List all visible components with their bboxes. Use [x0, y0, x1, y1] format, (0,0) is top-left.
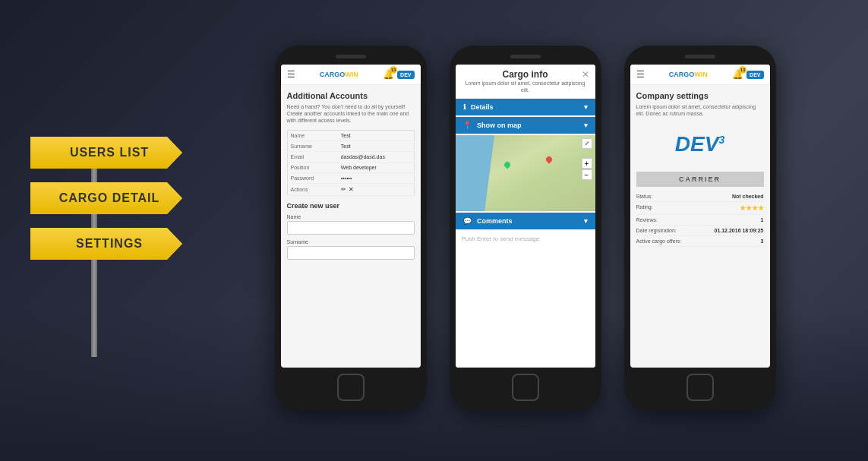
sign-settings-label: SETTINGS	[76, 237, 143, 250]
reviews-label: Reviews:	[636, 217, 658, 223]
notification-badge-3[interactable]: 🔔 13	[732, 69, 743, 80]
date-value: 01.12.2016 18:09:25	[715, 228, 764, 233]
expand-map-button[interactable]: ⤢	[582, 138, 592, 149]
app-logo-1: CARGOWIN	[320, 71, 358, 78]
name-input[interactable]	[287, 221, 415, 235]
map-inner: + − ⤢	[456, 135, 595, 211]
badge-count-1: 13	[390, 66, 397, 74]
rating-value: ★★★★	[740, 204, 764, 212]
hamburger-icon-1[interactable]: ☰	[287, 69, 295, 80]
table-row: Position Web developer	[287, 163, 414, 173]
phone-1: ☰ CARGOWIN 🔔 13 DEV Additional Accounts …	[275, 46, 427, 410]
info-icon: ℹ	[463, 103, 466, 111]
table-row: Password ••••••	[287, 173, 414, 184]
map-pin-red	[544, 156, 553, 164]
details-section[interactable]: ℹ Details ▾	[456, 99, 595, 115]
table-cell-actions-label: Actions	[287, 184, 338, 196]
sign-cargo-detail-label: CARGO DETAIL	[59, 191, 160, 204]
rating-label: Rating:	[636, 204, 653, 212]
app-header-3: ☰ CARGOWIN 🔔 13 DEV	[630, 65, 770, 85]
map-section-left: 📍 Show on map	[463, 122, 522, 129]
cargo-title: Cargo info	[462, 69, 589, 80]
phone-screen-1: ☰ CARGOWIN 🔔 13 DEV Additional Accounts …	[281, 65, 421, 368]
logo-text-3: CARGOWIN	[669, 71, 708, 78]
info-row-rating: Rating: ★★★★	[636, 202, 764, 215]
info-row-offers: Active cargo offers: 3	[636, 236, 764, 247]
edit-icon[interactable]: ✏	[341, 186, 346, 193]
notification-badge-1[interactable]: 🔔 13	[383, 69, 394, 80]
status-label: Status:	[636, 194, 653, 199]
hamburger-icon-3[interactable]: ☰	[636, 69, 645, 80]
info-row-reviews: Reviews: 1	[636, 215, 764, 226]
table-cell-position-value: Web developer	[338, 163, 414, 173]
cargo-description: Lorem ipsum dolor sit amet, consectetur …	[462, 80, 589, 93]
info-table: Status: Not checked Rating: ★★★★ Reviews…	[636, 191, 764, 247]
table-row: Email dasdas@dasd.das	[287, 152, 414, 163]
table-cell-name-label: Name	[287, 131, 338, 141]
table-cell-password-label: Password	[287, 173, 338, 184]
form-label-surname: Surname	[287, 239, 415, 245]
phone-speaker-1	[336, 55, 366, 58]
phone-home-button-1[interactable]	[337, 374, 365, 401]
zoom-in-button[interactable]: +	[582, 158, 592, 169]
user-table: Name Test Surname Test Email dasdas@dasd…	[287, 130, 415, 196]
sign-users-list-label: USERS LIST	[70, 146, 149, 159]
location-icon: 📍	[463, 122, 472, 129]
map-section[interactable]: 📍 Show on map ▾	[456, 117, 595, 134]
create-user-title: Create new user	[287, 202, 415, 210]
app-header-1: ☰ CARGOWIN 🔔 13 DEV	[281, 65, 421, 85]
form-field-name: Name	[287, 214, 415, 235]
sign-settings[interactable]: SETTINGS	[30, 228, 182, 260]
logo-text-1: CARGOWIN	[320, 71, 358, 78]
table-cell-password-value: ••••••	[338, 173, 414, 184]
delete-icon[interactable]: ✕	[349, 186, 354, 193]
action-icons: ✏ ✕	[341, 186, 411, 193]
comments-placeholder-text[interactable]: Push Enter to send message	[456, 231, 595, 368]
phone-2: Cargo info Lorem ipsum dolor sit amet, c…	[450, 46, 601, 410]
sign-cargo-detail[interactable]: CARGO DETAIL	[30, 182, 182, 214]
offers-value: 3	[761, 238, 764, 244]
map-water	[456, 135, 504, 211]
table-cell-surname-value: Test	[338, 141, 414, 152]
phones-area: ☰ CARGOWIN 🔔 13 DEV Additional Accounts …	[205, 46, 845, 410]
dev-badge-3: DEV	[746, 71, 763, 79]
carrier-bar: CARRIER	[636, 172, 764, 187]
settings-content: Company settings Lorem ipsum dolor sit a…	[630, 85, 770, 368]
form-label-name: Name	[287, 214, 415, 219]
settings-description: Lorem ipsum dolor sit amet, consectetur …	[636, 103, 764, 117]
phone-speaker-3	[685, 55, 715, 58]
comments-label: Comments	[477, 217, 513, 225]
phone-speaker-2	[510, 55, 541, 58]
table-cell-position-label: Position	[287, 163, 338, 173]
phone-home-button-3[interactable]	[687, 374, 714, 401]
table-row: Name Test	[287, 131, 414, 141]
table-cell-email-value: dasdas@dasd.das	[338, 152, 414, 163]
close-icon[interactable]: ✕	[582, 69, 589, 80]
details-section-left: ℹ Details	[463, 103, 494, 111]
reviews-value: 1	[761, 217, 764, 223]
status-value: Not checked	[732, 194, 764, 199]
settings-title: Company settings	[636, 91, 764, 100]
date-label: Date registration:	[636, 228, 677, 233]
sign-users-list[interactable]: USERS LIST	[30, 137, 182, 169]
header-icons-1: 🔔 13 DEV	[383, 69, 414, 80]
surname-input[interactable]	[287, 246, 415, 260]
phone-home-button-2[interactable]	[512, 374, 539, 401]
phone1-description: Need a hand? You don't need to do all by…	[287, 103, 415, 124]
chevron-up-icon-map: ▾	[584, 122, 588, 129]
table-cell-actions-value: ✏ ✕	[338, 184, 414, 196]
chevron-down-icon-details: ▾	[584, 103, 588, 111]
table-cell-name-value: Test	[338, 131, 414, 141]
table-row: Surname Test	[287, 141, 414, 152]
table-cell-email-label: Email	[287, 152, 338, 163]
comments-section[interactable]: 💬 Comments ▾	[456, 213, 595, 229]
offers-label: Active cargo offers:	[636, 238, 682, 244]
phone1-title: Additional Accounts	[287, 91, 415, 100]
map-label: Show on map	[477, 122, 522, 129]
info-row-status: Status: Not checked	[636, 191, 764, 202]
zoom-out-button[interactable]: −	[582, 169, 592, 180]
table-row: Actions ✏ ✕	[287, 184, 414, 196]
phone-screen-2: Cargo info Lorem ipsum dolor sit amet, c…	[456, 65, 595, 368]
phone-screen-3: ☰ CARGOWIN 🔔 13 DEV Company settings Lor…	[630, 65, 770, 368]
header-icons-3: 🔔 13 DEV	[732, 69, 763, 80]
